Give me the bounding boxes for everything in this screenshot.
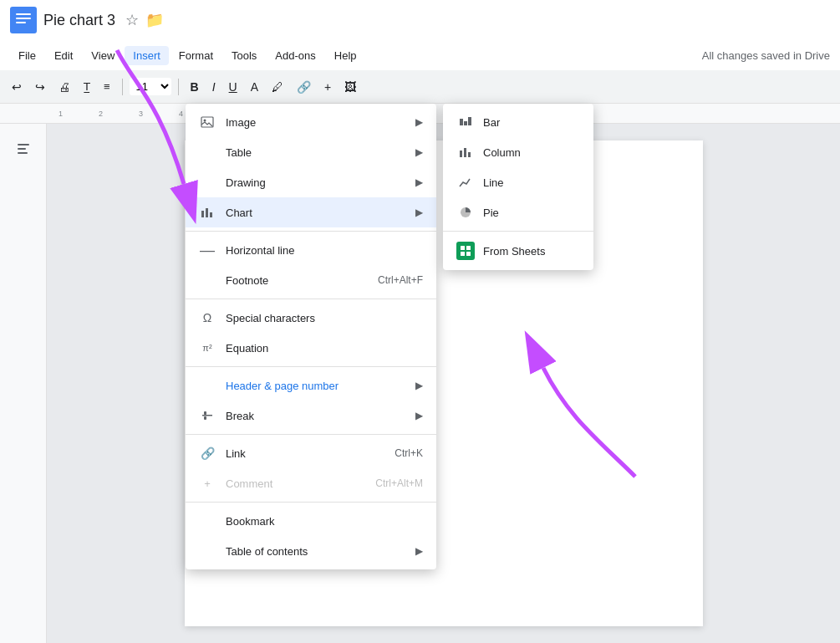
doc-title: Pie chart 3 (43, 12, 115, 29)
break-icon (199, 409, 216, 422)
bar-chart-icon (456, 115, 475, 129)
bar-label: Bar (483, 116, 500, 129)
svg-rect-5 (18, 148, 26, 150)
underline-button[interactable]: U (224, 77, 242, 97)
link-shortcut: Ctrl+K (395, 447, 423, 459)
submenu-divider (443, 231, 593, 232)
submenu-row-pie[interactable]: Pie (443, 197, 593, 227)
menu-row-bookmark[interactable]: Bookmark (186, 506, 436, 536)
add-button[interactable]: + (319, 77, 336, 97)
footnote-shortcut: Ctrl+Alt+F (378, 274, 423, 286)
undo-button[interactable]: ↩ (7, 77, 27, 97)
pie-chart-icon (456, 206, 475, 219)
svg-rect-16 (464, 121, 467, 125)
svg-rect-6 (18, 152, 28, 154)
divider-3 (186, 366, 436, 367)
image-arrow: ▶ (415, 116, 423, 128)
print-button[interactable]: 🖨 (53, 77, 75, 97)
image-label: Image (226, 116, 409, 129)
italic-button[interactable]: I (207, 77, 221, 97)
menu-row-image[interactable]: Image ▶ (186, 107, 436, 137)
menu-row-header[interactable]: Header & page number ▶ (186, 370, 436, 401)
submenu-row-column[interactable]: Column (443, 137, 593, 167)
svg-rect-0 (10, 7, 37, 33)
menu-row-drawing[interactable]: Drawing ▶ (186, 167, 436, 197)
divider-2 (186, 299, 436, 299)
submenu-row-line[interactable]: Line (443, 167, 593, 197)
submenu-row-from-sheets[interactable]: From Sheets (443, 235, 593, 267)
toolbar-separator-1 (122, 79, 123, 95)
font-size-select[interactable]: 11 12 14 (130, 78, 171, 95)
svg-rect-23 (466, 246, 471, 250)
toolbar-separator-2 (178, 79, 179, 95)
svg-rect-17 (468, 117, 471, 125)
comment-shortcut: Ctrl+Alt+M (375, 477, 423, 489)
from-sheets-label: From Sheets (483, 245, 545, 258)
hline-label: Horizontal line (226, 244, 423, 257)
svg-rect-15 (460, 119, 463, 125)
chart-arrow: ▶ (415, 207, 423, 218)
svg-rect-1 (16, 13, 31, 15)
svg-rect-3 (16, 22, 26, 23)
star-icon[interactable]: ☆ (125, 11, 139, 29)
equation-label: Equation (226, 342, 423, 355)
format-button[interactable]: ≡ (99, 77, 115, 96)
svg-rect-2 (16, 18, 31, 19)
toolbar: ↩ ↪ 🖨 T̲ ≡ 11 12 14 B I U A 🖊 🔗 + 🖼 (0, 70, 840, 104)
svg-rect-4 (18, 144, 29, 145)
link-button[interactable]: 🔗 (292, 77, 316, 97)
hline-icon: — (199, 242, 216, 259)
font-color-button[interactable]: A (246, 77, 263, 97)
menu-view[interactable]: View (83, 46, 123, 65)
menu-row-comment[interactable]: + Comment Ctrl+Alt+M (186, 468, 436, 498)
column-chart-icon (456, 145, 475, 159)
svg-rect-19 (464, 148, 466, 157)
comment-label: Comment (226, 477, 375, 490)
menu-addons[interactable]: Add-ons (267, 46, 323, 65)
insert-menu: Image ▶ Table ▶ Drawing ▶ Chart ▶ — Hori… (186, 104, 436, 569)
menu-row-horizontal-line[interactable]: — Horizontal line (186, 235, 436, 265)
menu-row-equation[interactable]: π² Equation (186, 333, 436, 363)
svg-rect-12 (202, 415, 212, 416)
paint-format-button[interactable]: T̲ (79, 77, 95, 96)
menu-file[interactable]: File (10, 46, 44, 65)
menu-row-special-chars[interactable]: Ω Special characters (186, 303, 436, 333)
svg-rect-20 (468, 152, 471, 157)
menu-bar: File Edit View Insert Format Tools Add-o… (0, 40, 840, 70)
menu-tools[interactable]: Tools (223, 46, 265, 65)
equation-icon: π² (199, 343, 216, 353)
menu-insert[interactable]: Insert (125, 46, 169, 65)
divider-4 (186, 434, 436, 435)
menu-row-toc[interactable]: Table of contents ▶ (186, 536, 436, 566)
table-arrow: ▶ (415, 146, 423, 158)
ruler-mark: 1 (59, 110, 99, 118)
menu-row-footnote[interactable]: Footnote Ctrl+Alt+F (186, 265, 436, 295)
drawing-arrow: ▶ (415, 176, 423, 188)
submenu-row-bar[interactable]: Bar (443, 107, 593, 137)
menu-row-table[interactable]: Table ▶ (186, 137, 436, 167)
folder-icon[interactable]: 📁 (145, 11, 164, 29)
ruler-mark: 3 (139, 110, 179, 118)
divider-5 (186, 502, 436, 503)
image-button[interactable]: 🖼 (339, 77, 361, 97)
sidebar-outline-icon[interactable] (8, 134, 38, 164)
svg-rect-24 (461, 252, 465, 256)
menu-format[interactable]: Format (171, 46, 221, 65)
highlight-button[interactable]: 🖊 (267, 77, 288, 97)
menu-row-link[interactable]: 🔗 Link Ctrl+K (186, 438, 436, 468)
svg-rect-13 (204, 411, 206, 415)
redo-button[interactable]: ↪ (30, 77, 50, 97)
header-arrow: ▶ (415, 380, 423, 391)
title-icons: ☆ 📁 (125, 11, 164, 29)
menu-row-break[interactable]: Break ▶ (186, 401, 436, 431)
menu-edit[interactable]: Edit (46, 46, 81, 65)
bold-button[interactable]: B (186, 77, 204, 97)
chart-label: Chart (226, 207, 409, 219)
menu-row-chart[interactable]: Chart ▶ (186, 197, 436, 227)
footnote-label: Footnote (226, 274, 378, 287)
doc-icon (10, 7, 37, 33)
line-chart-icon (456, 176, 475, 189)
menu-help[interactable]: Help (326, 46, 365, 65)
svg-rect-10 (206, 208, 208, 217)
chart-submenu: Bar Column Line Pie (443, 104, 593, 270)
